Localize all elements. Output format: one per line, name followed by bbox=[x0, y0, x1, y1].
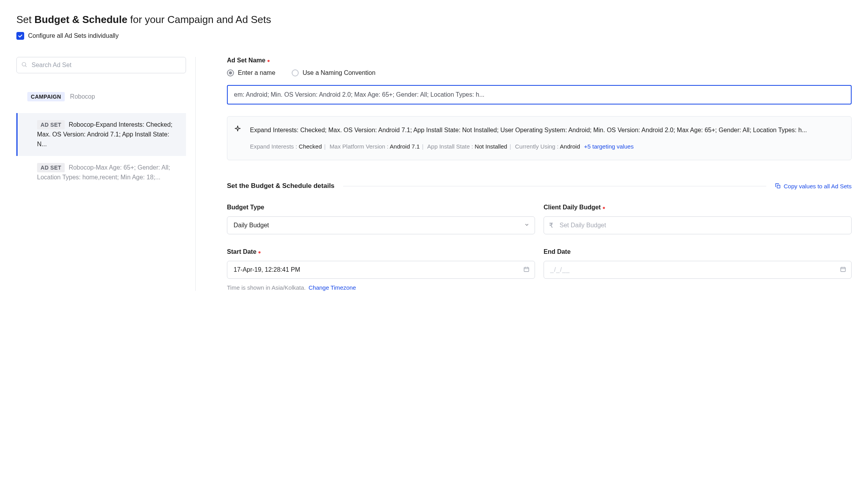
more-targeting-link[interactable]: +5 targeting values bbox=[584, 143, 634, 150]
content-panel: Ad Set Name● Enter a name Use a Naming C… bbox=[196, 57, 852, 291]
end-date-input[interactable]: _/_/__ bbox=[544, 261, 852, 279]
radio-enter-name[interactable]: Enter a name bbox=[227, 69, 275, 76]
copy-values-link[interactable]: Copy values to all Ad Sets bbox=[775, 183, 852, 189]
required-dot: ● bbox=[267, 58, 270, 64]
svg-line-1 bbox=[25, 66, 27, 67]
svg-point-0 bbox=[22, 62, 26, 66]
radio-icon bbox=[227, 69, 234, 76]
radio-label: Enter a name bbox=[238, 69, 275, 76]
client-budget-label: Client Daily Budget● bbox=[544, 204, 852, 211]
budget-type-label: Budget Type bbox=[227, 204, 535, 211]
budget-type-select[interactable]: Daily Budget bbox=[227, 216, 535, 234]
sidebar: CAMPAIGN Robocop AD SETRobocop-Expand In… bbox=[16, 57, 196, 291]
radio-icon bbox=[292, 69, 299, 76]
title-post: for your Campaign and Ad Sets bbox=[128, 14, 271, 25]
campaign-name: Robocop bbox=[70, 93, 95, 100]
configure-all-checkbox[interactable] bbox=[16, 32, 24, 40]
search-input[interactable] bbox=[16, 57, 186, 73]
targeting-details: Expand Interests : Checked| Max Platform… bbox=[250, 142, 843, 152]
budget-section-title: Set the Budget & Schedule details bbox=[227, 182, 335, 190]
configure-all-label: Configure all Ad Sets individually bbox=[28, 32, 119, 39]
adset-name-label: Ad Set Name● bbox=[227, 57, 852, 64]
divider bbox=[343, 186, 766, 186]
adset-name-input[interactable] bbox=[227, 85, 852, 104]
client-budget-input[interactable] bbox=[544, 216, 852, 234]
campaign-row[interactable]: CAMPAIGN Robocop bbox=[16, 92, 186, 101]
adset-item[interactable]: AD SETRobocop-Max Age: 65+; Gender: All;… bbox=[16, 156, 186, 189]
check-icon bbox=[18, 33, 23, 39]
adset-tag: AD SET bbox=[37, 120, 65, 129]
end-date-label: End Date bbox=[544, 248, 852, 255]
title-pre: Set bbox=[16, 14, 34, 25]
page-title: Set Budget & Schedule for your Campaign … bbox=[16, 14, 852, 26]
change-timezone-link[interactable]: Change Timezone bbox=[308, 284, 356, 291]
adset-tag: AD SET bbox=[37, 163, 65, 172]
required-dot: ● bbox=[258, 249, 261, 255]
target-icon bbox=[234, 125, 241, 133]
start-date-input[interactable] bbox=[227, 261, 535, 279]
targeting-summary-box: Expand Interests: Checked; Max. OS Versi… bbox=[227, 116, 852, 160]
adset-item[interactable]: AD SETRobocop-Expand Interests: Checked;… bbox=[16, 113, 186, 156]
copy-icon bbox=[775, 183, 781, 189]
search-icon bbox=[21, 62, 27, 69]
svg-rect-2 bbox=[777, 185, 780, 188]
start-date-label: Start Date● bbox=[227, 248, 535, 255]
radio-naming-convention[interactable]: Use a Naming Convention bbox=[292, 69, 376, 76]
title-bold: Budget & Schedule bbox=[34, 14, 127, 25]
currency-symbol: ₹ bbox=[549, 221, 553, 230]
required-dot: ● bbox=[602, 205, 606, 211]
targeting-summary-text: Expand Interests: Checked; Max. OS Versi… bbox=[250, 125, 843, 135]
campaign-tag: CAMPAIGN bbox=[27, 92, 65, 101]
timezone-note: Time is shown in Asia/Kolkata. Change Ti… bbox=[227, 284, 535, 291]
radio-label: Use a Naming Convention bbox=[303, 69, 376, 76]
